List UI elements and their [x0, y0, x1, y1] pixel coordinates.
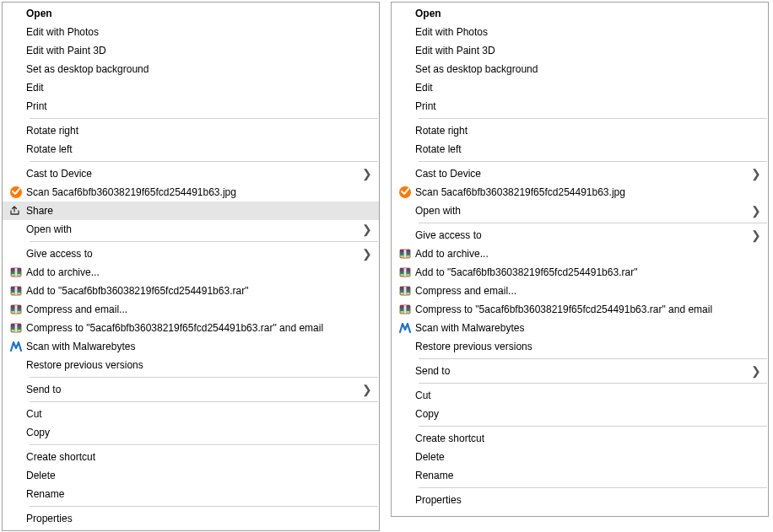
- menu-separator: [419, 487, 767, 488]
- menu-item-rename[interactable]: Rename: [3, 485, 379, 503]
- menu-item-copy[interactable]: Copy: [392, 405, 768, 423]
- menu-item-label: Give access to: [26, 245, 360, 263]
- menu-item-label: Send to: [26, 380, 360, 399]
- winrar-icon: [398, 284, 412, 298]
- menu-separator: [30, 161, 378, 162]
- menu-item-open[interactable]: Open: [392, 4, 768, 23]
- context-menu-right: OpenEdit with PhotosEdit with Paint 3DSe…: [391, 2, 769, 517]
- blank-icon-slot: [6, 448, 26, 466]
- menu-item-delete[interactable]: Delete: [3, 466, 379, 485]
- menu-item-share[interactable]: Share: [3, 202, 379, 220]
- menu-item-send-to[interactable]: Send to❯: [392, 362, 768, 380]
- blank-icon-slot: [395, 202, 415, 220]
- menu-item-add-to-archive[interactable]: Add to archive...: [392, 245, 768, 263]
- menu-item-edit-paint3d[interactable]: Edit with Paint 3D: [392, 41, 768, 60]
- menu-item-rotate-left[interactable]: Rotate left: [3, 140, 379, 159]
- menu-item-label: Compress and email...: [415, 282, 761, 300]
- menu-item-label: Properties: [415, 491, 761, 509]
- menu-item-open[interactable]: Open: [3, 4, 379, 23]
- menu-item-label: Rotate right: [415, 121, 761, 140]
- menu-item-add-to-rar[interactable]: Add to "5acaf6bfb36038219f65fcd254491b63…: [392, 263, 768, 282]
- blank-icon-slot: [6, 4, 26, 23]
- menu-item-print[interactable]: Print: [392, 97, 768, 116]
- svg-rect-10: [15, 287, 18, 295]
- submenu-arrow-icon: ❯: [749, 164, 761, 183]
- menu-item-label: Rotate left: [26, 140, 372, 159]
- menu-separator: [30, 241, 378, 242]
- svg-rect-31: [404, 268, 407, 277]
- context-menu-left: OpenEdit with PhotosEdit with Paint 3DSe…: [2, 2, 380, 531]
- menu-item-add-to-rar[interactable]: Add to "5acaf6bfb36038219f65fcd254491b63…: [3, 282, 379, 300]
- blank-icon-slot: [6, 23, 26, 41]
- menu-item-rotate-right[interactable]: Rotate right: [392, 121, 768, 140]
- menu-item-open-with[interactable]: Open with❯: [3, 220, 379, 239]
- menu-item-label: Cut: [26, 405, 372, 423]
- menu-item-rotate-right[interactable]: Rotate right: [3, 121, 379, 140]
- menu-item-rotate-left[interactable]: Rotate left: [392, 140, 768, 159]
- submenu-arrow-icon: ❯: [360, 164, 372, 183]
- menu-item-create-shortcut[interactable]: Create shortcut: [3, 448, 379, 466]
- menu-item-cast-to-device[interactable]: Cast to Device❯: [3, 164, 379, 183]
- winrar-icon: [398, 247, 412, 261]
- menu-item-avast-scan[interactable]: Scan 5acaf6bfb36038219f65fcd254491b63.jp…: [3, 183, 379, 202]
- blank-icon-slot: [395, 78, 415, 97]
- menu-item-label: Copy: [26, 423, 372, 442]
- menu-item-properties[interactable]: Properties: [3, 509, 379, 528]
- menu-item-edit[interactable]: Edit: [3, 78, 379, 97]
- menu-item-label: Open: [26, 4, 372, 23]
- menu-item-give-access-to[interactable]: Give access to❯: [3, 245, 379, 263]
- menu-item-properties[interactable]: Properties: [392, 491, 768, 509]
- menu-item-send-to[interactable]: Send to❯: [3, 380, 379, 399]
- blank-icon-slot: [395, 226, 415, 245]
- menu-item-label: Rename: [26, 485, 372, 503]
- menu-item-label: Scan with Malwarebytes: [26, 337, 372, 356]
- submenu-arrow-icon: ❯: [360, 220, 372, 239]
- menu-item-avast-scan[interactable]: Scan 5acaf6bfb36038219f65fcd254491b63.jp…: [392, 183, 768, 202]
- menu-item-edit[interactable]: Edit: [392, 78, 768, 97]
- submenu-arrow-icon: ❯: [360, 380, 372, 399]
- winrar-icon: [9, 284, 23, 298]
- menu-item-give-access-to[interactable]: Give access to❯: [392, 226, 768, 245]
- menu-item-rename[interactable]: Rename: [392, 466, 768, 485]
- submenu-arrow-icon: ❯: [749, 202, 761, 220]
- menu-item-edit-paint3d[interactable]: Edit with Paint 3D: [3, 41, 379, 60]
- svg-rect-26: [404, 250, 407, 258]
- menu-item-label: Open with: [26, 220, 360, 239]
- menu-separator: [30, 506, 378, 507]
- menu-item-add-to-archive[interactable]: Add to archive...: [3, 263, 379, 282]
- menu-item-print[interactable]: Print: [3, 97, 379, 116]
- menu-item-set-desktop-bg[interactable]: Set as desktop background: [3, 60, 379, 78]
- blank-icon-slot: [395, 4, 415, 23]
- menu-item-restore-prev[interactable]: Restore previous versions: [392, 337, 768, 356]
- menu-item-open-with[interactable]: Open with❯: [392, 202, 768, 220]
- menu-item-label: Compress and email...: [26, 300, 372, 319]
- menu-item-create-shortcut[interactable]: Create shortcut: [392, 429, 768, 448]
- menu-item-delete[interactable]: Delete: [392, 448, 768, 466]
- menu-item-label: Restore previous versions: [26, 356, 372, 374]
- menu-item-edit-photos[interactable]: Edit with Photos: [3, 23, 379, 41]
- svg-rect-15: [15, 305, 18, 314]
- winrar-icon: [9, 303, 23, 316]
- menu-item-copy[interactable]: Copy: [3, 423, 379, 442]
- menu-item-label: Restore previous versions: [415, 337, 761, 356]
- menu-item-label: Set as desktop background: [26, 60, 372, 78]
- menu-item-cut[interactable]: Cut: [392, 386, 768, 405]
- menu-separator: [419, 426, 767, 427]
- menu-separator: [30, 377, 378, 378]
- menu-item-compress-email[interactable]: Compress and email...: [3, 300, 379, 319]
- menu-item-compress-email[interactable]: Compress and email...: [392, 282, 768, 300]
- menu-item-cast-to-device[interactable]: Cast to Device❯: [392, 164, 768, 183]
- menu-item-compress-to-rar-email[interactable]: Compress to "5acaf6bfb36038219f65fcd2544…: [3, 319, 379, 337]
- menu-item-edit-photos[interactable]: Edit with Photos: [392, 23, 768, 41]
- menu-item-compress-to-rar-email[interactable]: Compress to "5acaf6bfb36038219f65fcd2544…: [392, 300, 768, 319]
- avast-icon-slot: [395, 183, 415, 202]
- menu-item-label: Print: [415, 97, 761, 116]
- menu-item-set-desktop-bg[interactable]: Set as desktop background: [392, 60, 768, 78]
- svg-rect-20: [15, 324, 18, 332]
- menu-item-restore-prev[interactable]: Restore previous versions: [3, 356, 379, 374]
- blank-icon-slot: [395, 60, 415, 78]
- menu-item-cut[interactable]: Cut: [3, 405, 379, 423]
- avast-icon: [9, 185, 23, 199]
- menu-item-malwarebytes[interactable]: Scan with Malwarebytes: [3, 337, 379, 356]
- menu-item-malwarebytes[interactable]: Scan with Malwarebytes: [392, 319, 768, 337]
